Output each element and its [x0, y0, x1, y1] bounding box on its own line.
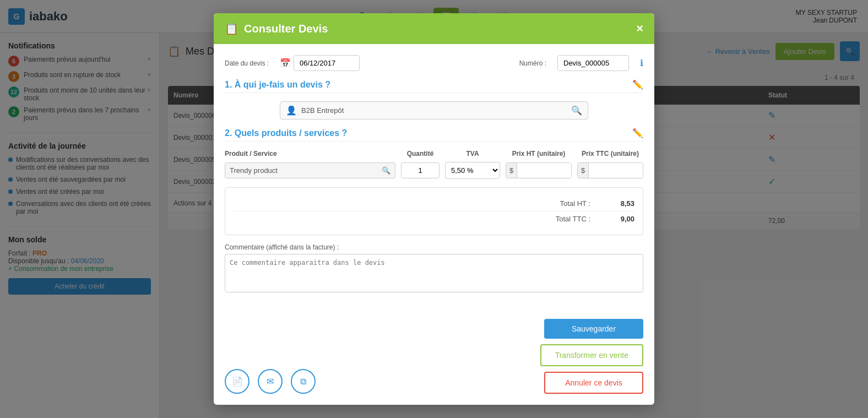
price-ttc-input[interactable] [589, 163, 643, 178]
total-ht-line: Total HT : 8,53 [234, 196, 634, 211]
products-header: Produit / Service Quantité TVA Prix HT (… [225, 150, 643, 158]
copy-button[interactable]: ⧉ [291, 369, 316, 394]
client-search-icon[interactable]: 🔍 [571, 105, 582, 116]
section2-title: 2. Quels produits / services ? ✏️ [225, 128, 643, 142]
product-search-icon[interactable]: 🔍 [382, 166, 390, 175]
col-qty-header: Quantité [401, 150, 440, 158]
tva-select[interactable]: 5,50 % 20,00 % 10,00 % [445, 162, 500, 179]
modal-footer-actions: Sauvegarder Transformer en vente Annuler… [540, 319, 643, 394]
num-input[interactable] [557, 55, 629, 71]
price-ht-input[interactable] [517, 163, 572, 178]
app-background: G iabako 👤 📋 🔒 📊 📄 📈 Rapports MY SEXY ST… [0, 0, 868, 418]
total-ttc-label: Total TTC : [556, 215, 590, 223]
comment-textarea[interactable] [225, 254, 643, 292]
section1-title: 1. À qui je-fais un devis ? ✏️ [225, 79, 643, 93]
save-button[interactable]: Sauvegarder [544, 319, 643, 339]
section1-edit-icon[interactable]: ✏️ [632, 79, 643, 90]
total-ht-value: 8,53 [601, 199, 634, 208]
num-label: Numéro : [519, 59, 546, 67]
price-ttc-currency: $ [578, 163, 589, 178]
pdf-button[interactable]: 📄 [225, 369, 249, 394]
total-ttc-value: 9,00 [601, 215, 634, 223]
modal: 📋 Consulter Devis × Date du devis : 📅 Nu… [214, 13, 654, 405]
modal-overlay: 📋 Consulter Devis × Date du devis : 📅 Nu… [0, 0, 868, 418]
total-ht-label: Total HT : [560, 199, 590, 208]
comment-label: Commentaire (affiché dans la facture) : [225, 243, 643, 251]
modal-header: 📋 Consulter Devis × [214, 13, 654, 44]
section2-edit-icon[interactable]: ✏️ [632, 128, 643, 138]
modal-title: 📋 Consulter Devis [225, 22, 328, 35]
modal-body: Date du devis : 📅 Numéro : ℹ 1. À qui je… [214, 44, 654, 305]
email-button[interactable]: ✉ [258, 369, 283, 394]
date-input-wrap: 📅 [280, 55, 360, 71]
product-input[interactable] [230, 166, 379, 175]
transform-button[interactable]: Transformer en vente [540, 344, 643, 366]
product-search-wrap[interactable]: 🔍 [225, 162, 395, 178]
info-icon[interactable]: ℹ [640, 58, 643, 68]
calendar-icon: 📅 [280, 58, 291, 68]
client-icon: 👤 [286, 105, 297, 116]
price-ttc-wrap: $ [577, 162, 643, 178]
client-search-wrap[interactable]: 👤 🔍 [280, 101, 588, 120]
col-prixttc-header: Prix TTC (unitaire) [577, 150, 643, 158]
price-ht-currency: $ [506, 163, 517, 178]
qty-input[interactable] [401, 162, 440, 178]
date-input[interactable] [294, 55, 360, 71]
totals-box: Total HT : 8,53 Total TTC : 9,00 [225, 187, 643, 235]
price-ht-wrap: $ [506, 162, 572, 178]
date-num-row: Date du devis : 📅 Numéro : ℹ [225, 55, 643, 71]
col-prixht-header: Prix HT (unitaire) [506, 150, 572, 158]
client-input[interactable] [301, 106, 567, 115]
modal-close-button[interactable]: × [636, 21, 643, 36]
col-tva-header: TVA [445, 150, 500, 158]
col-product-header: Produit / Service [225, 150, 395, 158]
modal-icon: 📋 [225, 22, 238, 35]
modal-footer: 📄 ✉ ⧉ Sauvegarder Transformer en vente A… [214, 305, 654, 405]
date-label: Date du devis : [225, 59, 269, 67]
cancel-button[interactable]: Annuler ce devis [544, 372, 643, 394]
modal-bottom-icons: 📄 ✉ ⧉ [225, 369, 316, 394]
product-row: 🔍 5,50 % 20,00 % 10,00 % $ $ [225, 162, 643, 179]
total-ttc-line: Total TTC : 9,00 [234, 211, 634, 226]
